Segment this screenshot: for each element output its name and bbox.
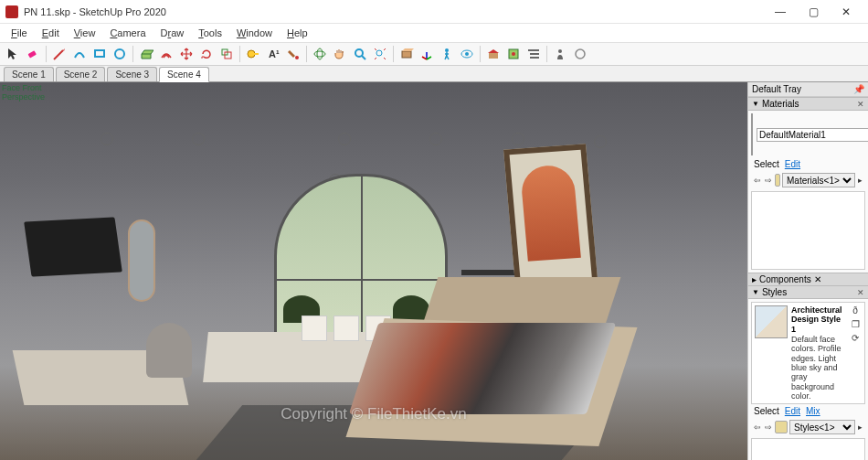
menu-camera[interactable]: Camera bbox=[102, 26, 153, 40]
svg-rect-22 bbox=[530, 57, 539, 59]
materials-panel-header[interactable]: ▼ Materials ✕ bbox=[748, 97, 868, 111]
materials-grid[interactable] bbox=[751, 191, 865, 270]
menu-bar: File Edit View Camera Draw Tools Window … bbox=[0, 24, 868, 42]
svg-point-19 bbox=[512, 52, 515, 56]
move-tool-icon[interactable] bbox=[177, 45, 196, 63]
style-update-icon[interactable]: ð bbox=[849, 305, 862, 316]
scene-tab-3[interactable]: Scene 3 bbox=[107, 67, 157, 81]
materials-back-icon[interactable]: ⇦ bbox=[753, 176, 762, 185]
styles-edit-tab[interactable]: Edit bbox=[785, 406, 800, 416]
rotate-tool-icon[interactable] bbox=[197, 45, 216, 63]
style-thumbnail[interactable] bbox=[755, 305, 788, 338]
style-name: Architectural Design Style 1 bbox=[791, 305, 845, 334]
materials-menu-icon[interactable]: ▸ bbox=[857, 176, 863, 185]
svg-rect-13 bbox=[402, 51, 411, 58]
main-toolbar: A¹ bbox=[0, 42, 868, 66]
scene-tabs: Scene 1 Scene 2 Scene 3 Scene 4 bbox=[0, 66, 868, 82]
materials-select-tab[interactable]: Select bbox=[754, 159, 779, 169]
panel-close-icon[interactable]: ✕ bbox=[857, 100, 864, 109]
menu-tools[interactable]: Tools bbox=[191, 26, 229, 40]
styles-back-icon[interactable]: ⇦ bbox=[753, 423, 762, 432]
tray-header[interactable]: Default Tray 📌 bbox=[748, 82, 868, 97]
warehouse-icon[interactable] bbox=[484, 45, 503, 63]
styles-mix-tab[interactable]: Mix bbox=[806, 406, 820, 416]
menu-edit[interactable]: Edit bbox=[35, 26, 67, 40]
select-tool-icon[interactable] bbox=[4, 45, 22, 63]
zoom-extents-icon[interactable] bbox=[371, 45, 389, 63]
menu-window[interactable]: Window bbox=[229, 26, 280, 40]
svg-point-8 bbox=[295, 56, 299, 59]
style-new-icon[interactable]: ❐ bbox=[849, 319, 862, 330]
text-tool-icon[interactable]: A¹ bbox=[264, 45, 282, 63]
svg-rect-20 bbox=[528, 49, 539, 51]
zoom-tool-icon[interactable] bbox=[351, 45, 369, 63]
svg-point-10 bbox=[317, 48, 323, 59]
walk-tool-icon[interactable] bbox=[438, 45, 456, 63]
svg-rect-0 bbox=[28, 50, 37, 58]
eraser-tool-icon[interactable] bbox=[24, 45, 42, 63]
svg-point-12 bbox=[376, 50, 382, 56]
scene-tab-1[interactable]: Scene 1 bbox=[4, 67, 54, 81]
title-bar: PN 11.skp - SketchUp Pro 2020 — ▢ ✕ bbox=[0, 0, 868, 24]
orbit-tool-icon[interactable] bbox=[311, 45, 329, 63]
minimize-button[interactable]: — bbox=[764, 2, 797, 22]
svg-point-5 bbox=[248, 50, 255, 58]
styles-home-icon[interactable] bbox=[775, 421, 788, 433]
axis-tool-icon[interactable] bbox=[418, 45, 436, 63]
look-tool-icon[interactable] bbox=[458, 45, 476, 63]
materials-fwd-icon[interactable]: ⇨ bbox=[764, 176, 773, 185]
styles-library-dropdown[interactable]: Styles<1> bbox=[789, 420, 855, 434]
rect-tool-icon[interactable] bbox=[90, 45, 109, 63]
outliner-icon[interactable] bbox=[524, 45, 543, 63]
maximize-button[interactable]: ▢ bbox=[797, 2, 830, 22]
materials-library-dropdown[interactable]: Materials<1> bbox=[782, 173, 855, 187]
svg-rect-17 bbox=[489, 53, 498, 59]
tape-tool-icon[interactable] bbox=[244, 45, 262, 63]
circle-tool-icon[interactable] bbox=[111, 45, 129, 63]
scene-tab-2[interactable]: Scene 2 bbox=[56, 67, 106, 81]
materials-edit-tab[interactable]: Edit bbox=[785, 159, 800, 169]
material-swatch[interactable] bbox=[751, 113, 753, 155]
arc-tool-icon[interactable] bbox=[70, 45, 89, 63]
svg-rect-1 bbox=[95, 50, 104, 57]
extension-icon[interactable] bbox=[504, 45, 523, 63]
styles-select-tab[interactable]: Select bbox=[754, 406, 779, 416]
styles-panel-header[interactable]: ▼Styles✕ bbox=[748, 285, 868, 299]
svg-text:A¹: A¹ bbox=[269, 48, 280, 59]
svg-point-2 bbox=[115, 49, 124, 59]
menu-view[interactable]: View bbox=[67, 26, 103, 40]
tray-pin-icon[interactable]: 📌 bbox=[853, 84, 864, 94]
styles-menu-icon[interactable]: ▸ bbox=[857, 423, 863, 432]
default-tray: Default Tray 📌 ▼ Materials ✕ 👁 ❐ ◧ bbox=[747, 82, 868, 460]
window-title: PN 11.skp - SketchUp Pro 2020 bbox=[24, 6, 764, 17]
svg-point-23 bbox=[558, 49, 562, 53]
svg-point-9 bbox=[314, 51, 325, 57]
menu-draw[interactable]: Draw bbox=[153, 26, 192, 40]
paint-tool-icon[interactable] bbox=[284, 45, 302, 63]
close-button[interactable]: ✕ bbox=[830, 2, 863, 22]
scene-render bbox=[0, 82, 747, 460]
svg-point-16 bbox=[465, 52, 469, 56]
materials-tabs: Select Edit bbox=[751, 157, 865, 171]
pan-tool-icon[interactable] bbox=[331, 45, 349, 63]
svg-point-11 bbox=[355, 49, 363, 57]
person-icon[interactable] bbox=[551, 45, 569, 63]
scale-tool-icon[interactable] bbox=[217, 45, 236, 63]
3d-viewport[interactable]: Face FrontPerspective FileThiết Kế.vn bbox=[0, 82, 747, 460]
svg-rect-6 bbox=[254, 53, 259, 55]
app-icon bbox=[5, 5, 18, 18]
menu-file[interactable]: File bbox=[4, 26, 35, 40]
materials-home-icon[interactable] bbox=[775, 174, 780, 187]
menu-help[interactable]: Help bbox=[280, 26, 315, 40]
style-refresh-icon[interactable]: ⟳ bbox=[849, 333, 862, 344]
offset-tool-icon[interactable] bbox=[157, 45, 175, 63]
pushpull-tool-icon[interactable] bbox=[137, 45, 155, 63]
components-panel-header[interactable]: ▸Components✕ bbox=[748, 273, 868, 285]
styles-fwd-icon[interactable]: ⇨ bbox=[764, 423, 773, 432]
section-tool-icon[interactable] bbox=[397, 45, 416, 63]
material-name-input[interactable] bbox=[757, 128, 868, 142]
styles-grid[interactable] bbox=[751, 438, 865, 460]
extra-tool-icon[interactable] bbox=[571, 45, 589, 63]
line-tool-icon[interactable] bbox=[50, 45, 69, 63]
scene-tab-4[interactable]: Scene 4 bbox=[159, 67, 209, 82]
